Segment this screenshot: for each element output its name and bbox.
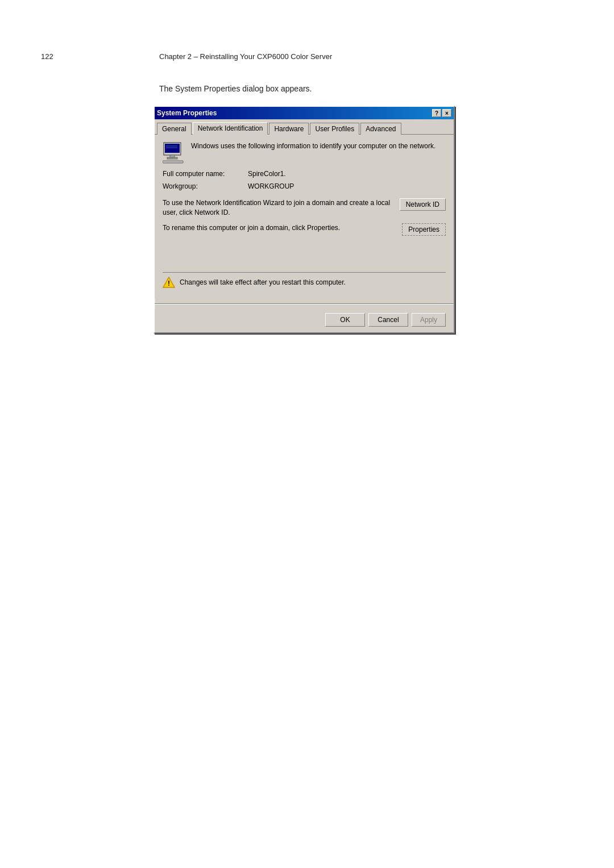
tabs-area: General Network Identification Hardware …: [155, 119, 454, 135]
info-row: Windows uses the following information t…: [163, 141, 446, 162]
workgroup-row: Workgroup: WORKGROUP: [163, 182, 446, 190]
svg-rect-5: [167, 157, 177, 159]
network-id-button[interactable]: Network ID: [400, 198, 446, 211]
computer-name-row: Full computer name: SpireColor1.: [163, 170, 446, 178]
tab-advanced[interactable]: Advanced: [360, 123, 401, 135]
dialog-title: System Properties: [157, 109, 217, 117]
info-text: Windows uses the following information t…: [191, 141, 435, 151]
properties-text: To rename this computer or join a domain…: [163, 223, 396, 233]
tab-network-identification[interactable]: Network Identification: [193, 122, 268, 135]
warning-text: Changes will take effect after you resta…: [180, 278, 346, 286]
dialog-content: Windows uses the following information t…: [155, 135, 454, 299]
tab-user-profiles[interactable]: User Profiles: [310, 123, 359, 135]
description-text: The System Properties dialog box appears…: [159, 84, 312, 93]
help-button[interactable]: ?: [432, 109, 441, 117]
svg-text:!: !: [168, 279, 170, 287]
svg-rect-6: [163, 161, 183, 163]
svg-rect-1: [165, 144, 180, 153]
computer-name-label: Full computer name:: [163, 170, 248, 178]
cancel-button[interactable]: Cancel: [368, 313, 408, 327]
title-bar-buttons: ? ×: [432, 109, 451, 117]
network-id-text: To use the Network Identification Wizard…: [163, 198, 394, 218]
close-button[interactable]: ×: [442, 109, 451, 117]
computer-icon: [163, 141, 185, 162]
ok-button[interactable]: OK: [325, 313, 365, 327]
computer-name-value: SpireColor1.: [248, 170, 286, 178]
page-number: 122: [41, 52, 53, 61]
workgroup-value: WORKGROUP: [248, 182, 294, 190]
title-bar: System Properties ? ×: [155, 107, 454, 119]
divider: [155, 303, 454, 304]
chapter-title: Chapter 2 – Reinstalling Your CXP6000 Co…: [159, 52, 332, 61]
svg-rect-4: [170, 155, 175, 157]
bottom-buttons: OK Cancel Apply: [155, 308, 454, 332]
workgroup-label: Workgroup:: [163, 182, 248, 190]
properties-button[interactable]: Properties: [402, 223, 446, 236]
network-id-section: To use the Network Identification Wizard…: [163, 198, 446, 218]
warning-icon: !: [163, 276, 175, 289]
content-spacer: [163, 241, 446, 270]
system-properties-dialog: System Properties ? × General Network Id…: [154, 106, 455, 333]
tab-general[interactable]: General: [157, 123, 192, 135]
apply-button[interactable]: Apply: [412, 313, 446, 327]
tab-hardware[interactable]: Hardware: [269, 123, 309, 135]
warning-area: ! Changes will take effect after you res…: [163, 272, 446, 292]
properties-section: To rename this computer or join a domain…: [163, 223, 446, 236]
